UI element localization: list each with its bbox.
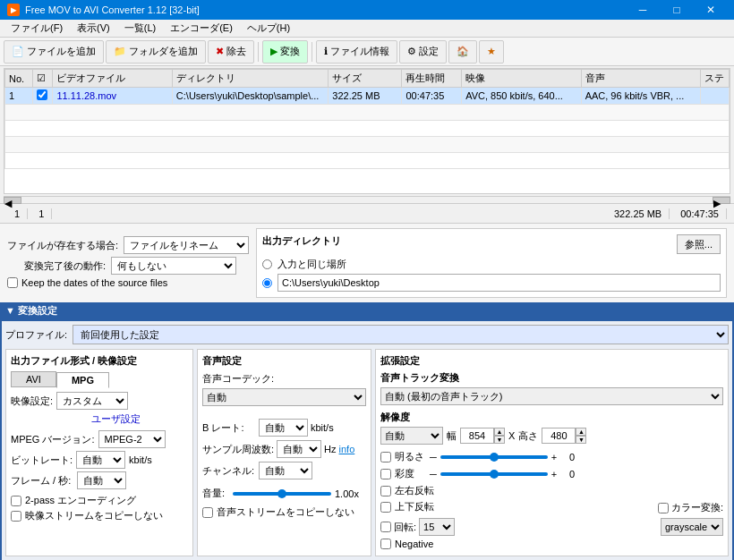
file-list-container[interactable]: No. ☑ ビデオファイル ディレクトリ サイズ 再生時間 映像 音声 ステ 1	[4, 68, 730, 194]
convert-button[interactable]: ▶ 変換	[262, 40, 308, 64]
audio-bitrate-unit: kbit/s	[311, 422, 334, 433]
info-link[interactable]: info	[339, 444, 355, 454]
home-button[interactable]: 🏠	[448, 40, 477, 64]
saturation-minus[interactable]: ─	[430, 469, 437, 479]
width-up-btn[interactable]: ▲	[494, 428, 505, 436]
col-header-status: ステ	[701, 70, 730, 88]
video-setting-select[interactable]: カスタム	[56, 392, 128, 410]
audio-bitrate-select[interactable]: 自動	[259, 419, 308, 437]
col-header-check: ☑	[32, 70, 53, 88]
rotate-grayscale-row: 回転: 15 grayscale	[380, 518, 723, 536]
sample-rate-unit: Hz	[324, 444, 336, 454]
cell-audio: AAC, 96 kbit/s VBR, ...	[581, 88, 700, 105]
color-conv-checkbox[interactable]	[658, 503, 669, 513]
audio-title: 音声設定	[202, 354, 366, 368]
same-as-input-radio[interactable]	[262, 259, 272, 269]
col-header-size: サイズ	[329, 70, 402, 88]
copy-video-label: 映像ストリームをコピーしない	[25, 509, 163, 522]
grayscale-section: grayscale	[661, 518, 723, 536]
add-file-button[interactable]: 📄 ファイルを追加	[4, 40, 104, 64]
scroll-left-btn[interactable]: ◀	[4, 197, 21, 204]
brightness-plus[interactable]: +	[551, 452, 557, 462]
extended-panel: 拡張設定 音声トラック変換 自動 (最初の音声トラック) 解像度 自動 幅 ▲	[375, 349, 729, 556]
scroll-right-btn[interactable]: ▶	[713, 197, 730, 204]
cell-check[interactable]	[32, 88, 53, 105]
custom-path-radio[interactable]	[262, 278, 272, 288]
horizontal-scrollbar[interactable]: ◀ ▶	[4, 196, 730, 203]
brightness-checkbox[interactable]	[380, 452, 391, 462]
exit-icon: ★	[487, 46, 496, 57]
maximize-button[interactable]: □	[661, 0, 693, 20]
copy-audio-checkbox[interactable]	[202, 507, 213, 518]
saturation-plus[interactable]: +	[551, 469, 557, 479]
after-conv-select[interactable]: 何もしない	[111, 257, 236, 275]
two-pass-checkbox[interactable]	[11, 496, 21, 506]
grayscale-select[interactable]: grayscale	[661, 518, 723, 536]
mpeg-version-select[interactable]: MPEG-2	[98, 430, 166, 448]
fps-select[interactable]: 自動	[77, 471, 126, 489]
menu-view[interactable]: 表示(V)	[70, 20, 117, 37]
cell-directory: C:\Users\yuki\Desktop\sample\...	[172, 88, 329, 105]
width-down-btn[interactable]: ▼	[494, 436, 505, 444]
copy-video-checkbox[interactable]	[11, 511, 21, 522]
file-info-icon: ℹ	[324, 46, 328, 57]
menu-file[interactable]: ファイル(F)	[4, 20, 70, 37]
negative-checkbox[interactable]	[380, 539, 391, 549]
flip-v-checkbox[interactable]	[380, 502, 391, 513]
copy-audio-row: 音声ストリームをコピーしない	[202, 505, 366, 519]
rotate-select[interactable]: 15	[419, 518, 455, 536]
saturation-slider[interactable]	[440, 472, 548, 476]
bitrate-select[interactable]: 自動	[76, 451, 125, 469]
settings-button[interactable]: ⚙ 設定	[399, 40, 447, 64]
saturation-checkbox[interactable]	[380, 469, 391, 479]
menu-help[interactable]: ヘルプ(H)	[240, 20, 297, 37]
user-setting-link[interactable]: ユーザ設定	[91, 412, 188, 426]
audio-track-select[interactable]: 自動 (最初の音声トラック)	[380, 387, 723, 405]
existing-file-select[interactable]: ファイルをリネーム	[124, 236, 249, 254]
tab-avi[interactable]: AVI	[11, 371, 56, 387]
channel-select[interactable]: 自動	[259, 462, 312, 479]
minimize-button[interactable]: ─	[627, 0, 659, 20]
remove-button[interactable]: ✖ 除去	[208, 40, 254, 64]
bitrate-row: ビットレート: 自動 kbit/s	[11, 451, 188, 469]
height-down-btn[interactable]: ▼	[576, 436, 586, 444]
height-up-btn[interactable]: ▲	[576, 428, 586, 436]
color-conv-label: カラー変換:	[671, 501, 723, 514]
flip-v-color-row: 上下反転 カラー変換:	[380, 500, 723, 515]
add-folder-button[interactable]: 📁 フォルダを追加	[106, 40, 206, 64]
flip-v-label: 上下反転	[395, 500, 434, 513]
audio-codec-select[interactable]: 自動	[202, 388, 366, 406]
browse-button[interactable]: 参照...	[677, 234, 721, 254]
sample-rate-select[interactable]: 自動	[277, 440, 321, 458]
aspect-ratio-label: 解像度	[380, 411, 723, 424]
profile-select[interactable]: 前回使用した設定	[73, 325, 729, 344]
format-title: 出力ファイル形式 / 映像設定	[11, 354, 188, 368]
volume-row: 音量: 1.00x	[202, 487, 366, 500]
table-row[interactable]: 1 11.11.28.mov C:\Users\yuki\Desktop\sam…	[5, 88, 730, 105]
audio-bitrate-row: B レート: 自動 kbit/s	[202, 419, 366, 437]
brightness-slider[interactable]	[440, 455, 548, 459]
row-checkbox[interactable]	[37, 89, 47, 100]
brightness-minus[interactable]: ─	[430, 452, 437, 462]
aspect-ratio-select[interactable]: 自動	[380, 427, 443, 445]
volume-slider[interactable]	[233, 492, 331, 496]
keep-dates-checkbox[interactable]	[7, 277, 18, 288]
exit-button[interactable]: ★	[479, 40, 504, 64]
file-info-button[interactable]: ℹ ファイル情報	[316, 40, 397, 64]
close-button[interactable]: ✕	[695, 0, 727, 20]
width-input[interactable]	[460, 428, 494, 444]
toolbar: 📄 ファイルを追加 📁 フォルダを追加 ✖ 除去 ▶ 変換 ℹ ファイル情報 ⚙…	[0, 38, 734, 66]
col-header-filename: ビデオファイル	[53, 70, 172, 88]
menu-encoder[interactable]: エンコーダ(E)	[163, 20, 240, 37]
audio-panel: 音声設定 音声コーデック: 自動 B レート: 自動 kbit/s サンプル周波…	[197, 349, 371, 556]
height-input[interactable]	[542, 428, 576, 444]
keep-dates-row: Keep the dates of the source files	[7, 277, 249, 288]
flip-h-checkbox[interactable]	[380, 486, 391, 496]
tab-mpg[interactable]: MPG	[56, 372, 109, 388]
copy-audio-label: 音声ストリームをコピーしない	[217, 505, 354, 519]
output-path-input[interactable]	[277, 274, 721, 292]
codec-label: 音声コーデック:	[202, 372, 366, 386]
menu-list[interactable]: 一覧(L)	[117, 20, 163, 37]
rotate-checkbox[interactable]	[380, 522, 391, 532]
output-dir-section: 出力ディレクトリ 参照... 入力と同じ場所	[256, 228, 727, 298]
